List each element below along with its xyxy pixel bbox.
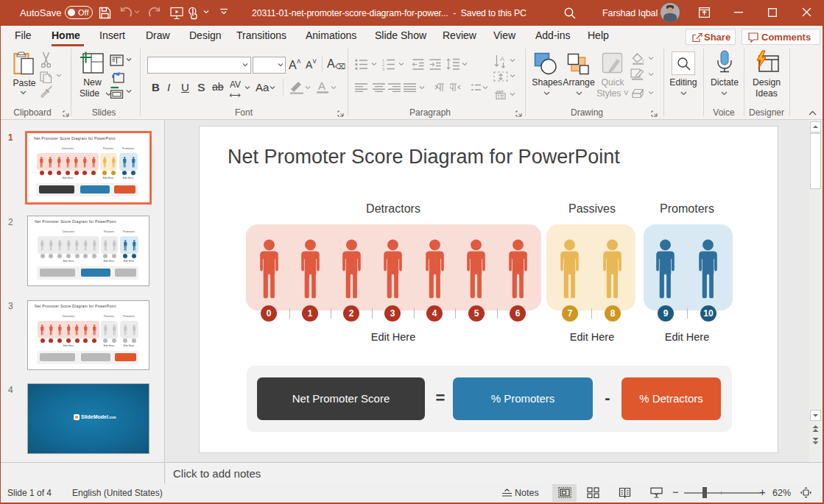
svg-text:3: 3 xyxy=(382,67,384,71)
svg-text:A: A xyxy=(500,55,504,63)
